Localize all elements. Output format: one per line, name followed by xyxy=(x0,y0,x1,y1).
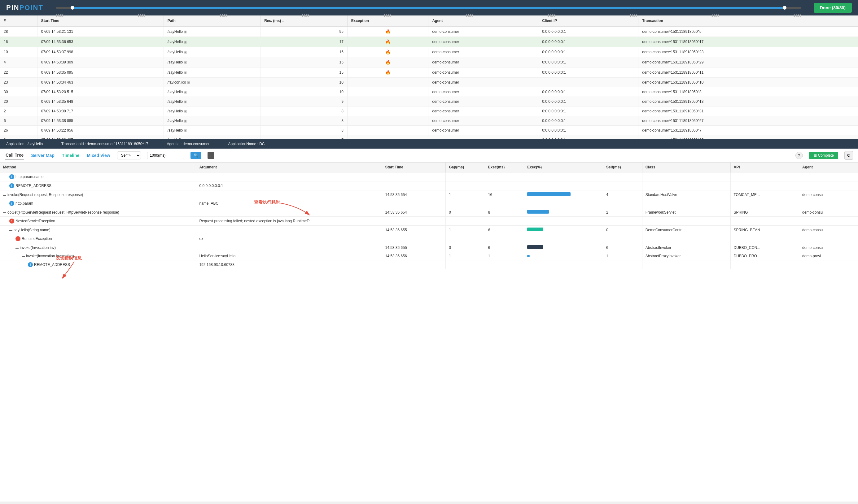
table-row[interactable]: 10 07/09 14:53:37 998 /sayHello ▣ 16 🔥 d… xyxy=(0,47,858,57)
collapse-icon[interactable]: ▬ xyxy=(22,255,25,258)
fire-icon: 🔥 xyxy=(385,29,391,34)
collapse-icon[interactable]: ▬ xyxy=(9,228,12,231)
call-tree-row[interactable]: ▬ sayHello(String name) 14:53:36 655 1 6… xyxy=(0,226,858,234)
cell-class: StandardHostValve xyxy=(642,190,730,199)
table-row[interactable]: 4 07/09 14:53:39 309 /sayHello ▣ 15 🔥 de… xyxy=(0,57,858,67)
cell-client-ip: 0:0:0:0:0:0:0:1 xyxy=(538,37,638,47)
cell-exception: 🔥 xyxy=(347,67,428,78)
cell-api xyxy=(730,217,799,226)
self-select[interactable]: Self >= xyxy=(117,151,141,159)
method-name: invoke(Invocation invocation) xyxy=(26,254,74,258)
cell-argument xyxy=(196,243,382,252)
cell-agent: demo-consumer xyxy=(428,97,538,107)
cell-start-time xyxy=(382,199,446,208)
cell-id: 16 xyxy=(0,37,37,47)
tab-call-tree[interactable]: Call Tree xyxy=(5,151,24,159)
cell-method: ▬ sayHello(String name) xyxy=(0,226,196,234)
cell-id: 20 xyxy=(0,97,37,107)
call-tree-row[interactable]: ▬ invoke(Invocation invocation) HelloSer… xyxy=(0,252,858,260)
help-button[interactable]: ? xyxy=(795,152,803,159)
collapse-icon[interactable]: ▬ xyxy=(15,246,19,249)
timeline-thumb-left[interactable] xyxy=(70,6,74,10)
cell-api xyxy=(730,234,799,243)
table-row[interactable]: 23 07/09 14:53:34 463 /favicon.ico ▣ 10 … xyxy=(0,78,858,87)
call-tree-row[interactable]: ▬ doGet(HttpServletRequest request, Http… xyxy=(0,208,858,217)
call-tree-row[interactable]: ! NestedServletException Request process… xyxy=(0,217,858,226)
call-tree-body: i http.param.name i REMOTE_ADDRESS 0:0:0… xyxy=(0,172,858,269)
complete-button[interactable]: ▦ Complete xyxy=(809,152,838,159)
cell-argument xyxy=(196,190,382,199)
cell-res-ms: 8 xyxy=(260,116,348,126)
call-tree-row[interactable]: i REMOTE_ADDRESS 192.168.93.10:60788 xyxy=(0,260,858,269)
table-row[interactable]: 2 07/09 14:53:39 717 /sayHello ▣ 8 demo-… xyxy=(0,107,858,116)
table-row[interactable]: 22 07/09 14:53:35 095 /sayHello ▣ 15 🔥 d… xyxy=(0,67,858,78)
cell-agent xyxy=(799,199,858,208)
collapse-icon[interactable]: ▬ xyxy=(3,211,6,214)
collapse-icon[interactable]: ▬ xyxy=(3,193,6,196)
cell-start-time: 07/09 14:53:34 463 xyxy=(37,78,163,87)
call-tree-row[interactable]: ▬ invoke(Invocation inv) 14:53:36 655 0 … xyxy=(0,243,858,252)
call-tree-row[interactable]: i REMOTE_ADDRESS 0:0:0:0:0:0:0:1 xyxy=(0,181,858,190)
cell-agent: demo-consu xyxy=(799,226,858,234)
cell-transaction: demo-consumer^1531118918050^10 xyxy=(638,78,858,87)
call-tree-row[interactable]: ! RuntimeException ex xyxy=(0,234,858,243)
cell-start-time: 07/09 14:53:36 653 xyxy=(37,37,163,47)
download-button[interactable]: ↓ xyxy=(208,152,214,159)
cell-api: DUBBO_PRO... xyxy=(730,252,799,260)
done-button[interactable]: Done (30/30) xyxy=(814,3,852,13)
table-row[interactable]: 30 07/09 14:53:20 515 /sayHello ▣ 10 dem… xyxy=(0,87,858,97)
timeline-bar[interactable]: 14:53 14:53 14:53 14:53 14:53 14:53 14:5… xyxy=(56,3,801,12)
cell-id: 10 xyxy=(0,47,37,57)
filter-input[interactable] xyxy=(147,152,184,159)
cell-client-ip: 0:0:0:0:0:0:0:1 xyxy=(538,67,638,78)
cell-client-ip: 0:0:0:0:0:0:0:1 xyxy=(538,126,638,135)
logo: PINPOINT xyxy=(6,4,43,12)
cell-id: 8 xyxy=(0,135,37,140)
cell-res-ms: 15 xyxy=(260,57,348,67)
cell-transaction: demo-consumer^1531118918050^3 xyxy=(638,87,858,97)
tab-mixed-view[interactable]: Mixed View xyxy=(86,152,111,159)
cell-self-ms xyxy=(603,260,642,269)
col-api: API xyxy=(730,163,799,172)
search-button[interactable]: 🔍 xyxy=(190,152,201,159)
cell-exception: 🔥 xyxy=(347,37,428,47)
cell-gap-ms: 1 xyxy=(446,252,485,260)
grid-icon: ▦ xyxy=(813,153,817,158)
cell-res-ms: 8 xyxy=(260,126,348,135)
cell-exec-ms: 6 xyxy=(485,243,524,252)
table-row[interactable]: 6 07/09 14:53:38 885 /sayHello ▣ 8 demo-… xyxy=(0,116,858,126)
cell-path: /sayHello ▣ xyxy=(163,135,260,140)
tab-timeline[interactable]: Timeline xyxy=(61,152,80,159)
cell-res-ms: 95 xyxy=(260,26,348,37)
cell-class: AbstractProxyInvoker xyxy=(642,252,730,260)
cell-gap-ms: 1 xyxy=(446,226,485,234)
cell-exec-ms: 1 xyxy=(485,252,524,260)
timeline-label-10: 14:53 xyxy=(794,14,801,17)
refresh-button[interactable]: ↻ xyxy=(844,151,853,160)
col-exec-ms: Exec(ms) xyxy=(485,163,524,172)
cell-exec-ms: 6 xyxy=(485,226,524,234)
cell-path: /sayHello ▣ xyxy=(163,47,260,57)
cell-exception xyxy=(347,135,428,140)
timeline-thumb-right[interactable] xyxy=(783,6,786,10)
table-row[interactable]: 20 07/09 14:53:35 648 /sayHello ▣ 9 demo… xyxy=(0,97,858,107)
cell-gap-ms xyxy=(446,260,485,269)
cell-agent: demo-consumer xyxy=(428,47,538,57)
call-tree-row[interactable]: i http.param name=ABC xyxy=(0,199,858,208)
cell-agent xyxy=(799,172,858,181)
tab-server-map[interactable]: Server Map xyxy=(30,152,55,159)
cell-argument: Request processing failed; nested except… xyxy=(196,217,382,226)
table-row[interactable]: 26 07/09 14:53:22 956 /sayHello ▣ 8 demo… xyxy=(0,126,858,135)
cell-class: FrameworkServlet xyxy=(642,208,730,217)
call-tree-row[interactable]: ▬ invoke(Request request, Response respo… xyxy=(0,190,858,199)
cell-start-time xyxy=(382,260,446,269)
table-row[interactable]: 16 07/09 14:53:36 653 /sayHello ▣ 17 🔥 d… xyxy=(0,37,858,47)
cell-path: /sayHello ▣ xyxy=(163,107,260,116)
table-row[interactable]: 28 07/09 14:53:21 131 /sayHello ▣ 95 🔥 d… xyxy=(0,26,858,37)
cell-start-time: 07/09 14:53:39 309 xyxy=(37,57,163,67)
table-row[interactable]: 8 07/09 14:53:38 437 /sayHello ▣ 7 demo-… xyxy=(0,135,858,140)
call-tree-row[interactable]: i http.param.name xyxy=(0,172,858,181)
cell-self-ms xyxy=(603,199,642,208)
cell-start-time: 07/09 14:53:35 648 xyxy=(37,97,163,107)
cell-res-ms: 17 xyxy=(260,37,348,47)
